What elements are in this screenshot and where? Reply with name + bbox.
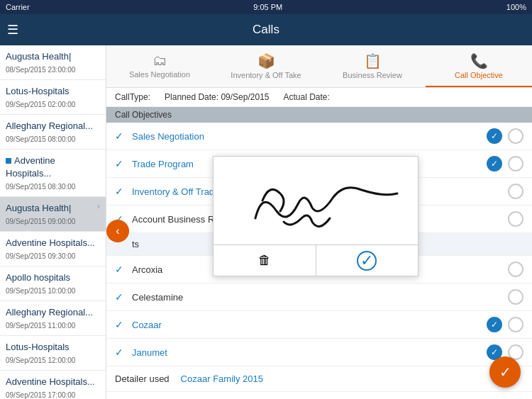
circle-empty[interactable] [508,211,523,227]
tab-inventory[interactable]: 📦 Inventory & Off Take [213,45,319,87]
nav-bar: ☰ Calls [0,14,532,45]
obj-name[interactable]: Janumet [132,347,481,358]
confirm-icon: ✓ [357,251,377,271]
sidebar-item-date: 09/Sep/2015 09:30:00 [6,252,75,260]
nav-title: Calls [253,23,279,37]
sidebar-item[interactable]: Apollo hospitals09/Sep/2015 10:00:00 [0,266,106,301]
sidebar-item-date: 09/Sep/2015 17:00:00 [6,391,75,399]
inventory-icon: 📦 [257,52,275,69]
sidebar-item[interactable]: Alleghany Regional...09/Sep/2015 08:00:0… [0,115,106,150]
table-row: ✓ Sales Negotiation ✓ [106,123,532,150]
planned-date-label: Planned Date: 09/Sep/2015 [165,92,269,102]
carrier-label: Carrier [6,3,30,11]
signature-overlay: 🗑 ✓ [213,156,419,276]
sidebar-item[interactable]: Adventine Hospitals...09/Sep/2015 09:30:… [0,232,106,266]
table-row: ✓ Cozaar ✓ [106,311,532,339]
circle-empty[interactable] [508,317,523,332]
signature-confirm-button[interactable]: ✓ [316,245,419,276]
check-icon: ✓ [115,130,126,142]
sidebar-item-date: 09/Sep/2015 10:00:00 [6,287,75,295]
tab-business[interactable]: 📋 Business Review [319,45,426,87]
business-icon: 📋 [364,52,382,69]
sidebar-arrow-icon: › [97,201,100,211]
save-button[interactable]: ✓ [489,356,521,388]
sidebar-item[interactable]: Augusta Health|08/Sep/2015 23:00:00 [0,45,106,80]
check-icon: ✓ [115,291,126,303]
actual-date-label: Actual Date: [283,92,329,102]
sidebar-item[interactable]: Alleghany Regional...09/Sep/2015 11:00:0… [0,301,106,336]
check-icon: ✓ [115,347,126,358]
sidebar-item-date: 08/Sep/2015 23:00:00 [6,66,75,74]
time-label: 9:05 PM [253,3,282,11]
sidebar-item-name: Adventine Hospitals... [6,376,95,387]
call-info: CallType: Planned Date: 09/Sep/2015 Actu… [106,88,532,107]
tab-business-label: Business Review [343,71,402,79]
back-button[interactable]: ‹ [106,220,129,242]
sidebar-item-name: Lotus-Hospitals [6,86,70,96]
signature-canvas[interactable] [214,157,418,245]
sidebar-item-date: 09/Sep/2015 11:00:00 [6,322,75,330]
circle-empty[interactable] [508,128,523,144]
callobjective-icon: 📞 [470,52,488,69]
tab-inventory-label: Inventory & Off Take [231,71,301,79]
save-icon: ✓ [499,364,511,381]
check-icon: ✓ [115,186,126,197]
signature-clear-button[interactable]: 🗑 [214,245,316,276]
table-row: ✓ Janumet ✓ [106,339,532,366]
check-icon: ✓ [115,319,126,330]
table-row: ✓ Celestamine [106,283,532,311]
signature-buttons: 🗑 ✓ [214,245,418,276]
sidebar-item[interactable]: Augusta Health|›09/Sep/2015 09:00:00 [0,197,106,232]
signature-drawing [220,162,411,240]
check-icon: ✓ [115,264,126,275]
sidebar-item-date: 09/Sep/2015 09:00:00 [6,218,75,225]
sidebar-item-date: 09/Sep/2015 08:30:00 [6,183,75,191]
sidebar-item[interactable]: Adventine Hospitals...09/Sep/2015 17:00:… [0,371,106,399]
circle-check[interactable]: ✓ [487,156,502,172]
menu-icon[interactable]: ☰ [7,22,18,38]
section-header: Call Objectives [106,107,532,123]
obj-name[interactable]: Celestamine [132,292,508,303]
check-icon: ✓ [115,158,126,169]
sidebar-item-date: 09/Sep/2015 08:00:00 [6,135,75,143]
circle-empty[interactable] [508,289,523,305]
back-icon: ‹ [116,225,119,237]
tab-callobjective-label: Call Objective [455,71,503,79]
blue-indicator [6,158,11,164]
sidebar-item-name: Augusta Health| [6,203,71,213]
circle-empty[interactable] [508,184,523,199]
sidebar: Augusta Health|08/Sep/2015 23:00:00Lotus… [0,45,106,399]
eraser-icon: 🗑 [258,253,271,268]
battery-label: 100% [506,3,526,11]
tabs: 🗂 Sales Negotiation 📦 Inventory & Off Ta… [106,45,532,88]
sidebar-item-name: Alleghany Regional... [6,120,93,131]
obj-name[interactable]: Sales Negotiation [132,131,481,142]
sidebar-item-date: 09/Sep/2015 02:00:00 [6,101,75,108]
circle-empty[interactable] [508,156,523,172]
sidebar-item-name: Adventine Hospitals... [6,155,55,179]
detailer-row: Detailer used Cozaar Family 2015 [106,366,532,392]
detailer-label: Detailer used [115,373,170,384]
circle-check[interactable]: ✓ [487,317,502,332]
sidebar-item-name: Lotus-Hospitals [6,342,70,352]
tab-callobjective[interactable]: 📞 Call Objective [426,45,532,87]
tab-sales[interactable]: 🗂 Sales Negotiation [106,45,213,87]
sidebar-item[interactable]: Adventine Hospitals...09/Sep/2015 08:30:… [0,150,106,197]
detailer-value: Cozaar Family 2015 [181,373,263,384]
circle-empty[interactable] [508,262,523,277]
sidebar-item[interactable]: Lotus-Hospitals09/Sep/2015 12:00:00 [0,336,106,371]
sidebar-item-name: Apollo hospitals [6,272,70,283]
sidebar-item-date: 09/Sep/2015 12:00:00 [6,356,75,364]
sidebar-item[interactable]: Lotus-Hospitals09/Sep/2015 02:00:00 [0,80,106,115]
obj-name[interactable]: Cozaar [132,320,481,330]
sidebar-item-name: Adventine Hospitals... [6,237,95,248]
circle-check[interactable]: ✓ [487,128,502,144]
calltype-label: CallType: [115,92,150,102]
sales-icon: 🗂 [153,52,167,69]
sidebar-item-name: Augusta Health| [6,51,71,62]
tab-sales-label: Sales Negotiation [129,70,190,79]
sidebar-item-name: Alleghany Regional... [6,307,93,317]
status-bar: Carrier 9:05 PM 100% [0,0,532,14]
